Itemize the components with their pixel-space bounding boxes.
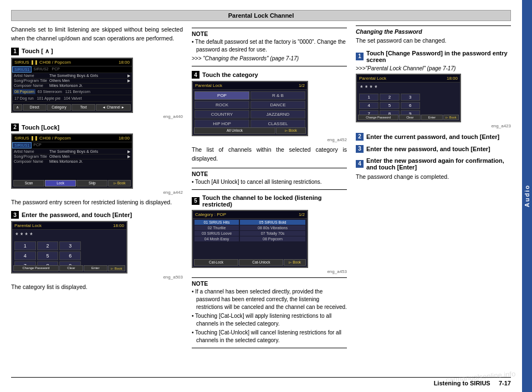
s2-btn-skip[interactable]: Skip [76, 180, 108, 187]
s1-label-artist: Artist Name [14, 74, 47, 78]
r-numpad-6[interactable]: 6 [401, 102, 420, 109]
s1-sirius1: SIRIUS1 [12, 66, 32, 73]
r-numpad-4[interactable]: 4 [359, 102, 378, 109]
step2-label: Touch [Lock] [22, 124, 59, 131]
ch-08[interactable]: 08 80s Vibrations [240, 225, 305, 230]
s2-label-song: Song/Program Title [14, 154, 47, 159]
screen3-label: eng_a503 [11, 275, 183, 280]
s2-arrow2: ▶ [127, 154, 130, 159]
screen3-btns: Change Password Clear Enter ▻ Book [13, 265, 125, 271]
content-columns: Channels set to limit listening are skip… [11, 25, 511, 374]
s5-btn-catunlock[interactable]: Cat-Unlock [239, 259, 283, 266]
screen6-dots: **** [359, 84, 458, 92]
r-numpad-5[interactable]: 5 [380, 102, 399, 109]
s1-btn-channel[interactable]: ◄ Channel ► [96, 104, 131, 111]
r-step2-label: Enter the current password, and touch [E… [366, 133, 499, 140]
r-step3-number: 3 [356, 145, 364, 153]
s1-ch121: 121 Bentycorn [64, 89, 91, 94]
ch-08b[interactable]: 08 Popcorn [240, 236, 305, 241]
s1-btn-wedge[interactable]: ∧ [13, 104, 22, 111]
r-step1-number: 1 [356, 53, 364, 60]
s2-label-artist: Artist Name [14, 149, 47, 154]
section-title: Parental Lock Channel [11, 10, 511, 21]
note1-text: • The default password set at the factor… [192, 38, 347, 63]
screen6-time: 18:00 [447, 76, 458, 81]
step3-number: 3 [11, 211, 19, 219]
s2-val-comp: Miles Mortonson Jr. [49, 159, 83, 163]
cat-dance[interactable]: DANCE [250, 101, 305, 109]
s4-btn-book[interactable]: ▻ Book [276, 127, 306, 134]
step2-number: 2 [11, 123, 19, 131]
note2-text: • Touch [All Unlock] to cancel all liste… [192, 178, 347, 186]
cat-classel[interactable]: CLASSEL [250, 120, 305, 128]
screen4-page: 1/2 [299, 83, 305, 88]
s1-pcp: PCP [50, 66, 61, 73]
s1-btn-direct[interactable]: Direct [23, 104, 47, 111]
s1-arrow1: ▶ [127, 74, 130, 78]
r-s6-btn-clear[interactable]: Clear [399, 115, 421, 120]
s1-val-artist: The Something Boys & Girls [49, 74, 98, 78]
s1-btn-text[interactable]: Text [71, 104, 95, 111]
s1-ch104: 104 Valvet [63, 96, 83, 101]
r-s6-btn-book[interactable]: ▻ Book [443, 115, 459, 120]
cat-hiphop[interactable]: HIP HOP [195, 120, 249, 128]
screen6-label: eng_a423 [356, 123, 511, 128]
numpad-5[interactable]: 5 [37, 251, 59, 260]
s4-btn-allunlock[interactable]: All Unlock [194, 127, 275, 134]
r-numpad-2[interactable]: 2 [380, 94, 399, 101]
r-step3-header: 3 Enter the new password, and touch [Ent… [356, 145, 511, 153]
numpad-1[interactable]: 1 [14, 241, 36, 250]
cat-rb[interactable]: R & B [250, 91, 305, 100]
step2-header: 2 Touch [Lock] [11, 123, 183, 131]
ch-02[interactable]: 02 Thurllie [195, 225, 239, 230]
screen6-numpad: 1 2 3 4 5 6 7 8 9 [359, 94, 420, 117]
s3-btn-changepw[interactable]: Change Password [13, 265, 59, 271]
ch-03[interactable]: 03 SIRIUS Loove [195, 231, 239, 236]
screen5-header: Category : POP 1/2 [193, 211, 307, 219]
cat-country[interactable]: COUNTRY [195, 110, 249, 118]
r-step3-label: Enter the new password, and touch [Enter… [366, 146, 490, 152]
s2-btn-lock[interactable]: Lock [45, 180, 76, 187]
cat-jazz[interactable]: JAZZ&RND [250, 110, 305, 118]
s3-btn-enter[interactable]: Enter [84, 265, 108, 271]
ch-07[interactable]: 07 Totally 70s [240, 231, 305, 236]
s5-btn-book[interactable]: ▻ Book [284, 259, 306, 266]
s1-btn-category[interactable]: Category [47, 104, 71, 111]
screen4-label: eng_a452 [192, 137, 347, 142]
r-s6-btn-enter[interactable]: Enter [421, 115, 443, 120]
s2-btn-book[interactable]: ▻ Book [108, 180, 131, 187]
ch-row3: 03 SIRIUS Loove 07 Totally 70s [195, 231, 305, 236]
screen2-header-left: SIRIUS ❚❚ CH08 / Popcorn [14, 136, 71, 141]
step1-label: Touch [ ∧ ] [22, 48, 53, 55]
ch-04[interactable]: 04 Mosh Easy [195, 236, 239, 241]
screen6: Parental Lock 18:00 **** 1 2 3 4 5 [356, 74, 461, 122]
r-numpad-3[interactable]: 3 [401, 94, 420, 101]
ch-01[interactable]: 01 SIRIUS Hits [195, 220, 239, 225]
screen4-btns: All Unlock ▻ Book [194, 127, 306, 134]
s3-btn-clear[interactable]: Clear [59, 265, 83, 271]
numpad-2[interactable]: 2 [37, 241, 59, 250]
numpad-6[interactable]: 6 [59, 251, 81, 260]
note2: NOTE • Touch [All Unlock] to cancel all … [192, 168, 347, 190]
step4-label: Touch the category [202, 71, 258, 78]
screen6-title: Parental Lock [359, 76, 386, 81]
step3-desc: The category list is displayed. [11, 283, 183, 292]
screen6-header: Parental Lock 18:00 [357, 75, 460, 82]
s5-btn-catlock[interactable]: Cat-Lock [194, 259, 238, 266]
ch-05[interactable]: 05 SIRIUS Bold [240, 220, 305, 225]
s3-btn-book[interactable]: ▻ Book [108, 265, 125, 271]
s2-btn-scan[interactable]: Scan [13, 180, 44, 187]
screen5-page: 1/2 [299, 212, 305, 217]
r-numpad-1[interactable]: 1 [359, 94, 378, 101]
numpad-3[interactable]: 3 [59, 241, 81, 250]
cat-rock[interactable]: ROCK [195, 101, 249, 109]
screen5: Category : POP 1/2 01 SIRIUS Hits 05 SIR… [192, 210, 308, 268]
numpad-4[interactable]: 4 [14, 251, 36, 260]
r-step1-header: 1 Touch [Change Password] in the passwor… [356, 50, 511, 63]
r-s6-btn-changepw[interactable]: Change Password [358, 115, 398, 120]
s2-sirius1: SIRIUS1 [12, 142, 32, 148]
cat-pop[interactable]: POP [195, 91, 249, 100]
changing-password-desc: The set password can be changed. [356, 37, 511, 45]
r-step4-header: 4 Enter the new password again for confi… [356, 157, 511, 171]
note3-bullet3: • Touching [Cat-Unlock] will cancel list… [192, 329, 347, 344]
